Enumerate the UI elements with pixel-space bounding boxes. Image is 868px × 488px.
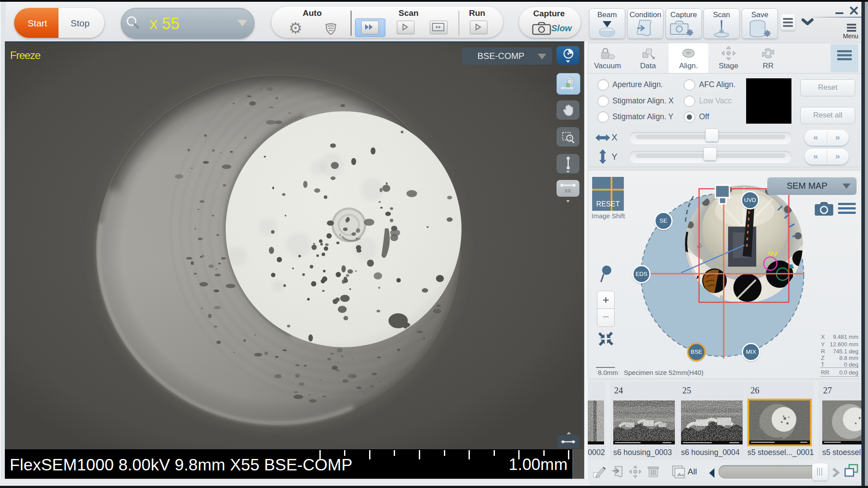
svg-text:RR: RR xyxy=(565,189,571,194)
